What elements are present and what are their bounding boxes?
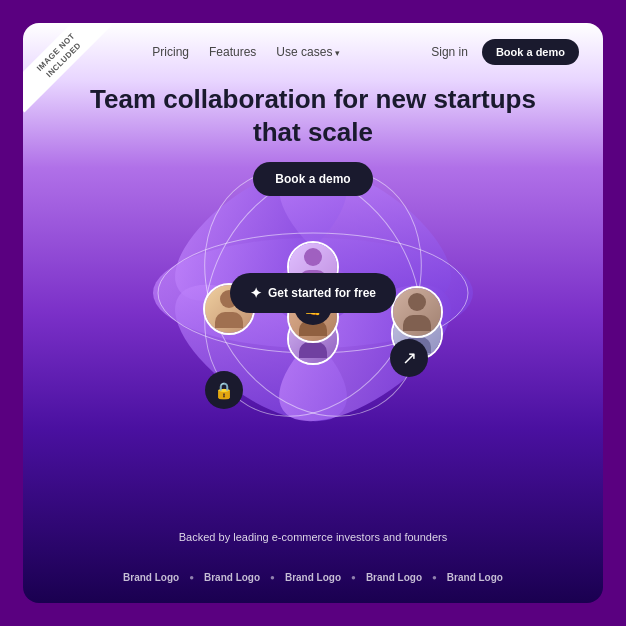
star-icon: ✦ xyxy=(250,285,262,301)
lock-badge: 🔒 xyxy=(205,371,243,409)
nav-book-demo-button[interactable]: Book a demo xyxy=(482,39,579,65)
get-started-label: Get started for free xyxy=(268,286,376,300)
hero-title: Team collaboration for new startups that… xyxy=(63,83,563,148)
avatar-bottom-right xyxy=(391,286,443,338)
nav-features[interactable]: Features xyxy=(209,45,256,59)
backed-by-text: Backed by leading e-commerce investors a… xyxy=(23,531,603,543)
brand-logo-1: Brand Logo xyxy=(123,572,179,583)
cursor-icon: ↗ xyxy=(402,347,417,369)
brand-logo-5: Brand Logo xyxy=(447,572,503,583)
brand-dot-1: ● xyxy=(189,573,194,582)
hero-cta-button[interactable]: Book a demo xyxy=(253,162,372,196)
navbar: ◉ Pricing Features Use cases Sign in Boo… xyxy=(23,23,603,73)
sign-in-link[interactable]: Sign in xyxy=(431,45,468,59)
lock-icon: 🔒 xyxy=(214,381,234,400)
brand-logo-4: Brand Logo xyxy=(366,572,422,583)
nav-pricing[interactable]: Pricing xyxy=(152,45,189,59)
brand-logos-bar: Brand Logo ● Brand Logo ● Brand Logo ● B… xyxy=(23,572,603,583)
main-card: IMAGE NOT INCLUDED ◉ Pricing Features Us… xyxy=(23,23,603,603)
nav-links: Pricing Features Use cases xyxy=(152,45,340,59)
brand-logo-2: Brand Logo xyxy=(204,572,260,583)
brand-logo-3: Brand Logo xyxy=(285,572,341,583)
hero-section: Team collaboration for new startups that… xyxy=(23,73,603,196)
cursor-badge: ↗ xyxy=(390,339,428,377)
nav-use-cases[interactable]: Use cases xyxy=(276,45,340,59)
brand-dot-3: ● xyxy=(351,573,356,582)
brand-dot-4: ● xyxy=(432,573,437,582)
brand-dot-2: ● xyxy=(270,573,275,582)
nav-actions: Sign in Book a demo xyxy=(431,39,579,65)
get-started-button[interactable]: ✦ Get started for free xyxy=(230,273,396,313)
